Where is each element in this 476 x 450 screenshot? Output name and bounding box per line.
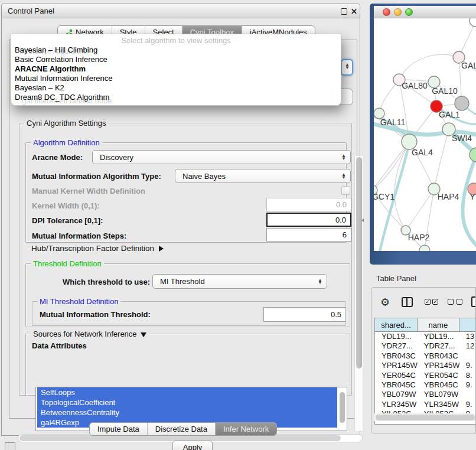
screen: Control Panel ✕ NetworkStyleSelectCyni T… — [0, 0, 476, 450]
unchecked-checkbox-icon[interactable] — [448, 299, 454, 305]
column-header-partial[interactable] — [459, 318, 476, 331]
table-cell[interactable]: YBL079W — [418, 390, 459, 399]
table-row[interactable]: YDL19...YDL19...13 — [375, 332, 476, 341]
table-cell[interactable]: 12 — [459, 341, 476, 351]
node-label-hap4: HAP4 — [438, 192, 459, 201]
table-cell[interactable]: YDR27... — [418, 341, 459, 351]
table-cell[interactable]: YBR045C — [375, 380, 418, 390]
table-cell[interactable]: YER054C — [375, 371, 418, 380]
algorithm-option-aracne-algorithm[interactable]: ARACNE Algorithm — [14, 64, 338, 74]
document-icon[interactable] — [471, 296, 476, 307]
network-edge — [406, 189, 434, 230]
settings-scrollbar-thumb[interactable] — [356, 157, 362, 369]
float-window-icon[interactable] — [341, 8, 347, 15]
dock-panel-icon[interactable] — [5, 442, 15, 450]
table-cell[interactable]: YBR043C — [418, 351, 459, 361]
table-cell[interactable]: YPR145W — [418, 361, 459, 370]
attribute-item-topologicalcoefficient[interactable]: TopologicalCoefficient — [37, 397, 337, 407]
checked-checkbox-icon[interactable]: ✓ — [425, 299, 431, 305]
close-icon[interactable]: ✕ — [351, 7, 357, 16]
columns-icon[interactable] — [402, 297, 413, 307]
network-node[interactable] — [455, 96, 469, 110]
table-row[interactable]: YBR045CYBR045C9. — [375, 380, 476, 390]
algorithm-option-dream8-dc-tdc-algorithm[interactable]: Dream8 DC_TDC Algorithm — [14, 93, 338, 102]
table-cell[interactable]: YDR27... — [375, 341, 418, 351]
table-horizontal-scrollbar[interactable] — [374, 413, 476, 421]
table-cell[interactable]: YBL079W — [375, 390, 418, 399]
tab-label: Discretize Data — [155, 425, 207, 433]
table-cell[interactable] — [459, 351, 476, 361]
unchecked-checkbox-icon[interactable] — [457, 299, 462, 305]
table-cell[interactable]: 8. — [459, 371, 476, 380]
attribute-item-selfloops[interactable]: SelfLoops — [37, 387, 337, 397]
mi-steps-field[interactable]: 6 — [266, 228, 351, 242]
panel-divider-grip[interactable] — [360, 217, 364, 223]
table-cell[interactable]: 9. — [459, 361, 476, 370]
tab-impute-data[interactable]: Impute Data — [90, 423, 148, 435]
table-cell[interactable]: YBR045C — [418, 380, 459, 390]
network-view-window[interactable]: GALGAL80GAL10GAL1GAL11SWI4GAL4GCY1HAP4YH… — [370, 4, 476, 265]
table-cell[interactable]: 13 — [459, 332, 476, 341]
kernel-width-field[interactable]: 0.0 — [266, 198, 351, 211]
algorithm-definition-group: Algorithm Definition Aracne Mode: Discov… — [25, 142, 347, 243]
traffic-light-close-icon[interactable] — [383, 8, 390, 16]
network-node[interactable] — [470, 18, 476, 27]
settings-vertical-scrollbar[interactable] — [354, 156, 363, 431]
manual-kernel-checkbox[interactable] — [341, 186, 350, 195]
which-threshold-label: Which threshold to use: — [63, 278, 150, 286]
column-header-name[interactable]: name — [418, 318, 459, 331]
network-edge — [434, 129, 449, 189]
algorithm-option-basic-correlation-inference[interactable]: Basic Correlation Inference — [14, 55, 338, 64]
algorithm-option-bayesian-k2[interactable]: Bayesian – K2 — [14, 83, 338, 93]
sources-label[interactable]: Sources for Network Inference — [31, 330, 149, 338]
checked-checkbox-icon[interactable]: ✓ — [432, 299, 438, 305]
mi-threshold-field[interactable]: 0.5 — [263, 307, 346, 322]
table-cell[interactable]: YLR345W — [375, 400, 418, 409]
table-cell[interactable]: YDL19... — [375, 332, 418, 341]
tab-infer-network[interactable]: Infer Network — [216, 423, 276, 435]
mi-steps-label: Mutual Information Steps: — [32, 231, 126, 240]
table-row[interactable]: YLR345WYLR345W9. — [375, 400, 476, 409]
table-cell[interactable]: 9. — [459, 380, 476, 390]
table-hscrollbar-thumb[interactable] — [376, 415, 475, 420]
apply-button[interactable]: Apply — [172, 441, 213, 450]
dpi-tolerance-field[interactable]: 0.0 — [266, 213, 351, 227]
table-cell[interactable]: YPR145W — [375, 361, 418, 370]
network-selector-combobox-fragment[interactable]: ▲▼ — [341, 59, 353, 76]
gear-icon[interactable]: ⚙ — [380, 296, 390, 309]
table-row[interactable]: YBR043CYBR043C — [375, 351, 476, 361]
attributes-scrollbar-thumb[interactable] — [340, 392, 345, 423]
algorithm-option-bayesian-hill-climbing[interactable]: Bayesian – Hill Climbing — [14, 45, 338, 55]
collapse-arrow-icon — [141, 332, 146, 337]
hub-definition-label: Hub/Transcription Factor Definition — [31, 244, 154, 253]
which-threshold-combobox[interactable]: MI Threshold ▲▼ — [152, 274, 327, 289]
table-row[interactable]: YPR145WYPR145W9. — [375, 361, 476, 370]
table-row[interactable]: YBL079WYBL079W — [375, 390, 476, 399]
attribute-item-betweennesscentrality[interactable]: BetweennessCentrality — [37, 407, 337, 418]
control-panel-title: Control Panel — [8, 6, 54, 15]
network-canvas[interactable]: GALGAL80GAL10GAL1GAL11SWI4GAL4GCY1HAP4YH… — [374, 18, 476, 251]
expand-arrow-icon — [159, 246, 164, 252]
traffic-light-minimize-icon[interactable] — [394, 8, 402, 16]
table-cell[interactable]: YBR043C — [375, 351, 418, 361]
tab-discretize-data[interactable]: Discretize Data — [148, 423, 216, 435]
table-cell[interactable]: 9. — [459, 400, 476, 409]
hub-definition-toggle[interactable]: Hub/Transcription Factor Definition — [31, 244, 164, 253]
table-row[interactable]: YER054CYER054C8. — [375, 371, 476, 380]
mi-type-combobox[interactable]: Naive Bayes ▲▼ — [175, 169, 351, 183]
traffic-light-zoom-icon[interactable] — [405, 8, 413, 16]
table-cell[interactable] — [459, 390, 476, 399]
column-header-shared[interactable]: shared... — [375, 318, 418, 331]
network-node[interactable] — [419, 245, 430, 251]
control-panel-titlebar[interactable]: Control Panel ✕ — [2, 4, 360, 18]
aracne-mode-combobox[interactable]: Discovery ▲▼ — [92, 150, 351, 164]
network-window-titlebar[interactable] — [374, 6, 476, 18]
node-label-gal1: GAL1 — [439, 110, 460, 119]
algorithm-option-mutual-information-inference[interactable]: Mutual Information Inference — [14, 74, 338, 83]
table-cell[interactable]: YER054C — [418, 371, 459, 380]
table-cell[interactable]: YDL19... — [418, 332, 459, 341]
table-cell[interactable]: YLR345W — [418, 400, 459, 409]
combo-arrows-icon: ▲▼ — [341, 155, 346, 160]
table-row[interactable]: YDR27...YDR27...12 — [375, 341, 476, 351]
mi-threshold-label: Mutual Information Threshold: — [40, 310, 151, 319]
